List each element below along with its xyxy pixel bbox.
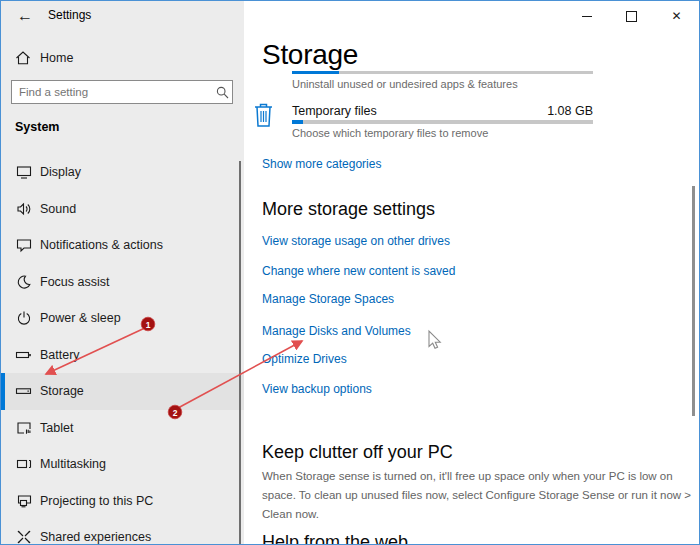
notifications-icon (15, 237, 32, 253)
sidebar-item-home[interactable]: Home (1, 41, 244, 75)
sidebar-item-label: Battery (40, 348, 80, 362)
storage-usage-caption: Uninstall unused or undesired apps & fea… (292, 78, 518, 90)
sidebar-item-notifications[interactable]: Notifications & actions (1, 227, 244, 264)
sidebar-item-label: Multitasking (40, 457, 106, 471)
projecting-icon (15, 493, 32, 509)
sidebar-item-battery[interactable]: Battery (1, 337, 244, 374)
storage-usage-bar (292, 71, 593, 74)
maximize-icon (626, 11, 637, 22)
temporary-files-bar (292, 120, 593, 124)
focus-assist-icon (15, 274, 32, 290)
temporary-files-caption: Choose which temporary files to remove (292, 127, 488, 139)
more-storage-settings-heading: More storage settings (262, 199, 435, 220)
sidebar: ← Settings Home System (1, 1, 244, 544)
minimize-button[interactable] (564, 1, 609, 31)
sidebar-item-label: Sound (40, 202, 76, 216)
sidebar-item-storage[interactable]: Storage (1, 373, 244, 410)
sidebar-section-system: System (15, 120, 59, 134)
battery-icon (15, 347, 32, 363)
home-icon (15, 50, 31, 66)
change-content-saved-link[interactable]: Change where new content is saved (262, 264, 455, 278)
sidebar-item-label: Tablet (40, 421, 73, 435)
sidebar-item-label: Focus assist (40, 275, 109, 289)
show-more-categories-link[interactable]: Show more categories (262, 157, 381, 171)
search-input[interactable] (12, 86, 212, 98)
window-title: Settings (48, 8, 91, 22)
manage-storage-spaces-link[interactable]: Manage Storage Spaces (262, 292, 394, 306)
sidebar-item-label: Storage (40, 384, 84, 398)
close-button[interactable]: ✕ (654, 1, 699, 31)
temporary-files-bar-fill (292, 120, 303, 124)
content-scrollbar[interactable] (692, 186, 695, 416)
optimize-drives-link[interactable]: Optimize Drives (262, 352, 347, 366)
keep-clutter-heading: Keep clutter off your PC (262, 442, 453, 463)
help-from-web-heading: Help from the web (262, 532, 408, 545)
sidebar-nav: Display Sound Notifica (1, 154, 244, 545)
arrow-left-icon: ← (17, 7, 33, 25)
sidebar-item-label: Shared experiences (40, 530, 151, 544)
sidebar-item-label: Power & sleep (40, 311, 121, 325)
shared-experiences-icon (15, 529, 32, 545)
window-controls: ✕ (564, 1, 699, 31)
minimize-icon (582, 16, 592, 17)
view-storage-usage-link[interactable]: View storage usage on other drives (262, 234, 450, 248)
temporary-files-size: 1.08 GB (292, 104, 593, 118)
trash-icon (253, 101, 274, 132)
sidebar-item-multitasking[interactable]: Multitasking (1, 446, 244, 483)
search-icon[interactable] (212, 86, 232, 99)
sidebar-item-display[interactable]: Display (1, 154, 244, 191)
display-icon (15, 164, 32, 180)
sidebar-item-label: Notifications & actions (40, 238, 163, 252)
multitasking-icon (15, 456, 32, 472)
sidebar-item-label: Projecting to this PC (40, 494, 153, 508)
storage-usage-bar-fill (292, 71, 339, 74)
keep-clutter-body: When Storage sense is turned on, it'll f… (262, 467, 694, 524)
maximize-button[interactable] (609, 1, 654, 31)
sidebar-item-power-sleep[interactable]: Power & sleep (1, 300, 244, 337)
close-icon: ✕ (671, 10, 681, 22)
back-button[interactable]: ← (11, 3, 39, 29)
sidebar-item-sound[interactable]: Sound (1, 191, 244, 228)
sidebar-item-projecting[interactable]: Projecting to this PC (1, 483, 244, 520)
sidebar-scrollbar[interactable] (239, 161, 241, 544)
sound-icon (15, 201, 32, 217)
settings-window: ← Settings Home System (0, 0, 700, 545)
sidebar-item-label: Display (40, 165, 81, 179)
view-backup-options-link[interactable]: View backup options (262, 382, 372, 396)
sidebar-item-shared-experiences[interactable]: Shared experiences (1, 519, 244, 545)
titlebar: ← Settings (1, 1, 244, 31)
page-title: Storage (262, 39, 358, 71)
sidebar-item-label: Home (40, 51, 73, 65)
manage-disks-volumes-link[interactable]: Manage Disks and Volumes (262, 324, 411, 338)
tablet-icon (15, 420, 32, 436)
storage-icon (15, 383, 32, 399)
sidebar-item-tablet[interactable]: Tablet (1, 410, 244, 447)
search-box[interactable] (11, 80, 233, 104)
power-sleep-icon (15, 310, 32, 326)
sidebar-item-focus-assist[interactable]: Focus assist (1, 264, 244, 301)
